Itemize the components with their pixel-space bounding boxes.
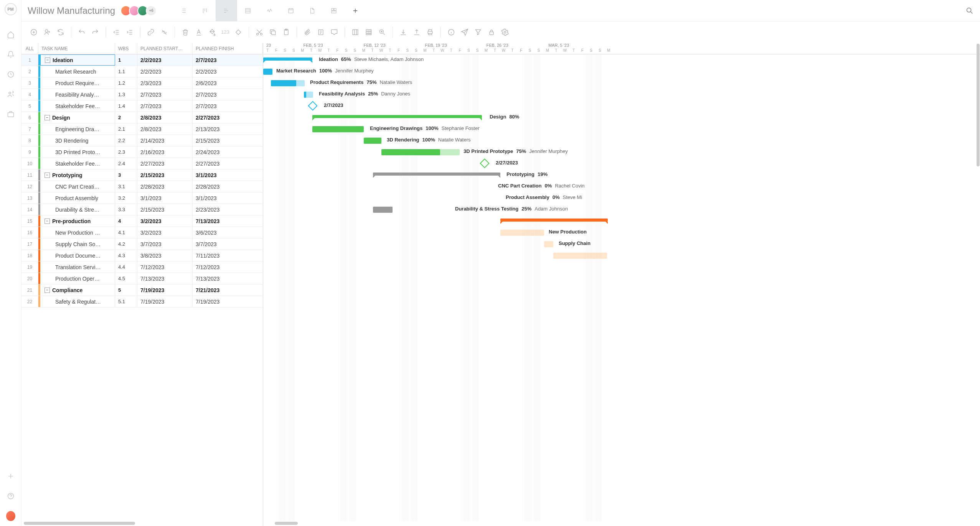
list-view-tab[interactable] xyxy=(173,0,194,21)
task-row[interactable]: 15 − Pre-production 4 3/2/2023 7/13/2023 xyxy=(21,215,263,227)
finish-cell[interactable]: 2/13/2023 xyxy=(193,123,263,135)
start-cell[interactable]: 3/8/2023 xyxy=(137,250,193,261)
task-bar[interactable] xyxy=(553,253,607,259)
wbs-cell[interactable]: 1.4 xyxy=(115,100,137,112)
milestone-marker[interactable] xyxy=(480,158,489,168)
wbs-cell[interactable]: 3.1 xyxy=(115,181,137,192)
format-number[interactable]: 123 xyxy=(219,29,231,35)
task-row[interactable]: 10 Stakeholder Fee… 2.4 2/27/2023 2/27/2… xyxy=(21,158,263,169)
wbs-cell[interactable]: 4.4 xyxy=(115,261,137,273)
finish-cell[interactable]: 2/24/2023 xyxy=(193,146,263,158)
wbs-cell[interactable]: 2.3 xyxy=(115,146,137,158)
finish-cell[interactable]: 2/23/2023 xyxy=(193,204,263,215)
notes-button[interactable] xyxy=(315,26,327,38)
task-name-cell[interactable]: 3D Rendering xyxy=(38,135,115,146)
summary-bar[interactable] xyxy=(263,58,312,61)
start-cell[interactable]: 2/8/2023 xyxy=(137,123,193,135)
zoom-button[interactable] xyxy=(376,26,388,38)
help-icon[interactable] xyxy=(6,491,15,501)
refresh-button[interactable] xyxy=(54,26,67,38)
start-cell[interactable]: 2/16/2023 xyxy=(137,146,193,158)
task-row[interactable]: 8 3D Rendering 2.2 2/14/2023 2/15/2023 xyxy=(21,135,263,146)
task-row[interactable]: 22 Safety & Regulat… 5.1 7/19/2023 7/19/… xyxy=(21,296,263,307)
start-cell[interactable]: 7/19/2023 xyxy=(137,284,193,296)
task-name-cell[interactable]: Feasibility Analy… xyxy=(38,89,115,100)
task-row[interactable]: 5 Stakeholder Fee… 1.4 2/7/2023 2/7/2023 xyxy=(21,100,263,112)
wbs-cell[interactable]: 2 xyxy=(115,112,137,123)
comment-button[interactable] xyxy=(328,26,340,38)
search-icon[interactable] xyxy=(965,7,974,15)
finish-cell[interactable]: 7/11/2023 xyxy=(193,250,263,261)
task-name-cell[interactable]: Supply Chain So… xyxy=(38,238,115,250)
task-row[interactable]: 1 − Ideation 1 2/2/2023 2/7/2023 xyxy=(21,54,263,66)
sheet-view-tab[interactable] xyxy=(237,0,259,21)
expand-icon[interactable]: − xyxy=(45,115,50,120)
attach-button[interactable] xyxy=(301,26,313,38)
task-name-cell[interactable]: − Compliance xyxy=(38,284,115,296)
task-row[interactable]: 14 Durability & Stre… 3.3 2/15/2023 2/23… xyxy=(21,204,263,215)
task-row[interactable]: 19 Translation Servi… 4.4 7/12/2023 7/12… xyxy=(21,261,263,273)
milestone-button[interactable] xyxy=(232,26,244,38)
start-cell[interactable]: 2/2/2023 xyxy=(137,66,193,77)
task-name-cell[interactable]: − Prototyping xyxy=(38,169,115,181)
start-cell[interactable]: 3/2/2023 xyxy=(137,215,193,227)
task-name-cell[interactable]: Stakeholder Fee… xyxy=(38,158,115,169)
task-name-cell[interactable]: 3D Printed Proto… xyxy=(38,146,115,158)
task-bar[interactable] xyxy=(312,126,364,132)
delete-button[interactable] xyxy=(179,26,191,38)
export-button[interactable] xyxy=(411,26,423,38)
indent-button[interactable] xyxy=(124,26,136,38)
notifications-icon[interactable] xyxy=(6,50,15,59)
wbs-cell[interactable]: 2.4 xyxy=(115,158,137,169)
start-cell[interactable]: 2/8/2023 xyxy=(137,112,193,123)
finish-cell[interactable]: 2/7/2023 xyxy=(193,54,263,66)
undo-button[interactable] xyxy=(76,26,88,38)
lock-button[interactable] xyxy=(485,26,498,38)
dashboard-view-tab[interactable] xyxy=(323,0,345,21)
task-name-cell[interactable]: Production Oper… xyxy=(38,273,115,284)
send-button[interactable] xyxy=(459,26,471,38)
col-all[interactable]: ALL xyxy=(21,43,38,54)
recent-icon[interactable] xyxy=(6,70,15,79)
outdent-button[interactable] xyxy=(110,26,122,38)
task-bar[interactable] xyxy=(381,149,460,155)
fill-color-button[interactable] xyxy=(206,26,218,38)
finish-cell[interactable]: 2/2/2023 xyxy=(193,66,263,77)
print-button[interactable] xyxy=(424,26,436,38)
start-cell[interactable]: 2/27/2023 xyxy=(137,158,193,169)
wbs-cell[interactable]: 1.1 xyxy=(115,66,137,77)
task-bar[interactable] xyxy=(500,230,544,236)
task-row[interactable]: 9 3D Printed Proto… 2.3 2/16/2023 2/24/2… xyxy=(21,146,263,158)
task-row[interactable]: 3 Product Require… 1.2 2/3/2023 2/6/2023 xyxy=(21,77,263,89)
task-row[interactable]: 18 Product Docume… 4.3 3/8/2023 7/11/202… xyxy=(21,250,263,261)
task-name-cell[interactable]: Product Assembly xyxy=(38,192,115,204)
task-row[interactable]: 7 Engineering Dra… 2.1 2/8/2023 2/13/202… xyxy=(21,123,263,135)
wbs-cell[interactable]: 5 xyxy=(115,284,137,296)
task-name-cell[interactable]: Market Research xyxy=(38,66,115,77)
wbs-cell[interactable]: 1.3 xyxy=(115,89,137,100)
summary-bar[interactable] xyxy=(312,115,482,118)
finish-cell[interactable]: 3/7/2023 xyxy=(193,238,263,250)
gantt-vscroll[interactable] xyxy=(976,43,980,526)
info-button[interactable] xyxy=(445,26,457,38)
finish-cell[interactable]: 2/7/2023 xyxy=(193,100,263,112)
user-avatar[interactable] xyxy=(6,511,15,521)
copy-button[interactable] xyxy=(267,26,279,38)
task-name-cell[interactable]: Stakeholder Fee… xyxy=(38,100,115,112)
file-view-tab[interactable] xyxy=(302,0,323,21)
summary-bar[interactable] xyxy=(373,173,500,176)
expand-icon[interactable]: − xyxy=(45,173,50,178)
finish-cell[interactable]: 2/28/2023 xyxy=(193,181,263,192)
start-cell[interactable]: 7/13/2023 xyxy=(137,273,193,284)
expand-icon[interactable]: − xyxy=(45,58,50,63)
task-row[interactable]: 20 Production Oper… 4.5 7/13/2023 7/13/2… xyxy=(21,273,263,284)
task-bar[interactable] xyxy=(483,184,492,190)
gantt-body[interactable]: Ideation65%Steve Michaels, Adam JohnsonM… xyxy=(263,54,980,521)
grid-hscroll[interactable] xyxy=(21,521,263,526)
start-cell[interactable]: 2/7/2023 xyxy=(137,100,193,112)
task-name-cell[interactable]: Durability & Stre… xyxy=(38,204,115,215)
col-name[interactable]: TASK NAME xyxy=(38,43,115,54)
wbs-cell[interactable]: 4.2 xyxy=(115,238,137,250)
wbs-cell[interactable]: 4.3 xyxy=(115,250,137,261)
task-name-cell[interactable]: CNC Part Creati… xyxy=(38,181,115,192)
